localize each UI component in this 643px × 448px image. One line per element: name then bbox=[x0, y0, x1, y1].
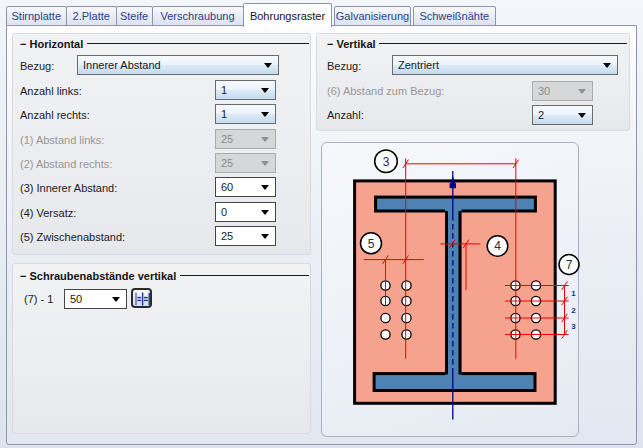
svg-text:7: 7 bbox=[566, 258, 573, 272]
svg-text:3: 3 bbox=[383, 155, 390, 169]
svg-text:4: 4 bbox=[494, 239, 501, 253]
svg-text:5: 5 bbox=[368, 237, 375, 251]
svg-text:2: 2 bbox=[571, 306, 576, 315]
svg-text:1: 1 bbox=[571, 289, 576, 298]
svg-text:3: 3 bbox=[571, 322, 576, 331]
